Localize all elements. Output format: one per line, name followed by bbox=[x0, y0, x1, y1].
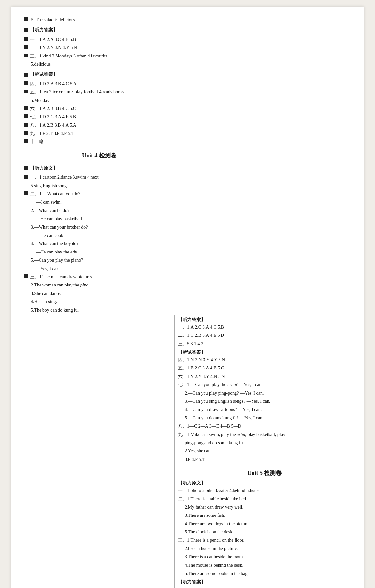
unit4-title-left: Unit 4 检测卷 bbox=[24, 152, 174, 159]
row-liu-1: 六、1.A 2.B 3.B 4.C 5.C bbox=[24, 105, 174, 112]
u4-er-4: 4.—What can the boy do? bbox=[31, 240, 174, 247]
row-san-1-cont: 5.delicious bbox=[31, 61, 174, 68]
r-jiu-1: 九、1.Mike can swim, play the erhu, play b… bbox=[178, 431, 351, 438]
u5-yi-ans: 一、1.B 2.C 3.A 4.C 5.A bbox=[178, 586, 351, 588]
u4-san-4: 4.He can sing. bbox=[31, 298, 174, 305]
r-jiu-2: 2.Yes, she can. bbox=[185, 448, 351, 455]
bullet-icon bbox=[24, 28, 28, 32]
right-column: 【听力答案】 一、1.A 2.C 3.A 4.C 5.B 二、1.C 2.B 3… bbox=[174, 315, 351, 588]
u5-san-2: 2.I see a house in the picture. bbox=[185, 545, 351, 552]
u5-er-4: 4.There are two dogs in the picture. bbox=[185, 520, 351, 528]
u5-er-3: 3.There are some fish. bbox=[185, 512, 351, 519]
bullet-icon bbox=[24, 106, 28, 110]
u4-er-2-ans: —He can play basketball. bbox=[36, 215, 174, 222]
u5-er-1: 二、1.There is a table beside the bed. bbox=[178, 496, 351, 503]
r-qi-5: 5.—Can you do any kung fu? —Yes, I can. bbox=[185, 415, 351, 422]
bullet-icon bbox=[24, 73, 28, 77]
tingli-daan-title-r: 【听力答案】 bbox=[178, 317, 351, 323]
bullet-icon bbox=[24, 175, 28, 179]
u4-san-2: 2.The woman can play the pipa. bbox=[31, 282, 174, 289]
r-ba-1: 八、1—C 2—A 3—E 4—B 5—D bbox=[178, 423, 351, 430]
bullet-icon bbox=[24, 37, 28, 41]
bullet-icon bbox=[24, 17, 28, 21]
bullet-icon bbox=[24, 191, 28, 195]
bullet-icon bbox=[24, 114, 28, 118]
u4-er-1: 二、1.—What can you do? bbox=[24, 190, 174, 198]
u4-yi-1: 一、1.cartoon 2.dance 3.swim 4.next bbox=[24, 174, 174, 181]
u4-er-3-ans: —He can cook. bbox=[36, 232, 174, 239]
u4-san-3: 3.She can dance. bbox=[31, 290, 174, 297]
u4-yi-1-cont: 5.sing English songs bbox=[31, 182, 174, 189]
u4-er-4-ans: —He can play the erhu. bbox=[36, 249, 174, 256]
row-san-1: 三、1.kind 2.Mondays 3.often 4.favourite bbox=[24, 53, 174, 60]
r-qi-2: 2.—Can you play ping-pong? —Yes, I can. bbox=[185, 390, 351, 397]
u5-san-1: 三、1.There is a pencil on the floor. bbox=[178, 537, 351, 544]
tingli-yuanwen-title: 【听力原文】 bbox=[24, 163, 174, 173]
unit4-right-section: 【听力答案】 一、1.A 2.C 3.A 4.C 5.B 二、1.C 2.B 3… bbox=[178, 317, 351, 463]
u5-tingli-yuanwen-title: 【听力原文】 bbox=[178, 480, 351, 486]
u4-er-1-ans: —I can swim. bbox=[36, 199, 174, 206]
bullet-icon bbox=[24, 123, 28, 127]
row-jiu-1: 九、1.F 2.T 3.F 4.F 5.T bbox=[24, 130, 174, 137]
row-shi-1: 十、略 bbox=[24, 138, 174, 145]
bullet-icon bbox=[24, 139, 28, 143]
r-qi-3: 3.—Can you sing English songs? —Yes, I c… bbox=[185, 398, 351, 405]
row-qi-1: 七、1.D 2.C 3.A 4.E 5.B bbox=[24, 113, 174, 121]
r-jiu-1-cont: ping-pong and do some kung fu. bbox=[185, 439, 351, 447]
salad-line: 5. The salad is delicious. bbox=[24, 16, 174, 24]
u5-yi-1: 一、1.photo 2.bike 3.water 4.behind 5.hous… bbox=[178, 487, 351, 494]
r-er-1: 二、1.C 2.B 3.A 4.E 5.D bbox=[178, 332, 351, 339]
row-wu-1: 五、1.tea 2.ice cream 3.play football 4.re… bbox=[24, 89, 174, 96]
r-wu-1: 五、1.B 2.C 3.A 4.B 5.C bbox=[178, 365, 351, 372]
r-qi-1: 七、1.—Can you play the erhu? —Yes, I can. bbox=[178, 381, 351, 388]
row-wu-1-cont: 5.Monday bbox=[31, 97, 174, 104]
u4-san-5: 5.The boy can do kung fu. bbox=[31, 307, 174, 314]
u4-san-1: 三、1.The man can draw pictures. bbox=[24, 273, 174, 281]
u4-er-5-ans: —Yes, I can. bbox=[36, 265, 174, 272]
u4-er-2: 2.—What can he do? bbox=[31, 207, 174, 214]
r-yi-1: 一、1.A 2.C 3.A 4.C 5.B bbox=[178, 324, 351, 331]
unit4-left-section: 【听力原文】 一、1.cartoon 2.dance 3.swim 4.next… bbox=[24, 163, 174, 314]
row-yi-1: 一、1.A 2.A 3.C 4.B 5.B bbox=[24, 36, 174, 43]
row-er-1: 二、1.Y 2.N 3.N 4.Y 5.N bbox=[24, 44, 174, 51]
bullet-icon bbox=[24, 54, 28, 57]
bullet-icon bbox=[24, 166, 28, 170]
u4-er-5: 5.—Can you play the piano? bbox=[31, 257, 174, 264]
r-jiu-3: 3.F 4.F 5.T bbox=[185, 456, 351, 463]
bullet-icon bbox=[24, 90, 28, 93]
bullet-icon bbox=[24, 274, 28, 278]
page-container: 5. The salad is delicious. 【听力答案】 一、1.A … bbox=[11, 7, 364, 588]
u5-er-5: 5.The clock is on the desk. bbox=[185, 529, 351, 536]
r-liu-1: 六、1.Y 2.Y 3.Y 4.N 5.N bbox=[178, 373, 351, 380]
u5-er-2: 2.My father can draw very well. bbox=[185, 504, 351, 511]
bullet-icon bbox=[24, 81, 28, 85]
u5-san-3: 3.There is a cat beside the room. bbox=[185, 553, 351, 561]
r-san-1: 三、5 3 1 4 2 bbox=[178, 340, 351, 348]
unit5-right-section: 【听力原文】 一、1.photo 2.bike 3.water 4.behind… bbox=[178, 480, 351, 588]
bullet-icon bbox=[24, 45, 28, 49]
u5-san-4: 4.The mouse is behind the desk. bbox=[185, 562, 351, 569]
bullet-icon bbox=[24, 131, 28, 135]
listening-answer-title-1: 【听力答案】 bbox=[24, 24, 174, 35]
bishidan-daan-title-r: 【笔试答案】 bbox=[178, 350, 351, 355]
u5-tingli-daan-title: 【听力答案】 bbox=[178, 579, 351, 585]
u5-san-5: 5.There are some books in the bag. bbox=[185, 570, 351, 577]
unit5-title: Unit 5 检测卷 bbox=[178, 469, 351, 477]
left-column: 5. The salad is delicious. 【听力答案】 一、1.A … bbox=[24, 16, 181, 315]
left-top-section: 5. The salad is delicious. 【听力答案】 一、1.A … bbox=[24, 16, 174, 146]
r-si-1: 四、1.N 2.N 3.Y 4.Y 5.N bbox=[178, 356, 351, 364]
row-ba-1: 八、1.A 2.B 3.B 4.A 5.A bbox=[24, 122, 174, 129]
written-answer-title-1: 【笔试答案】 bbox=[24, 69, 174, 79]
row-si-1: 四、1.D 2.A 3.B 4.C 5.A bbox=[24, 80, 174, 88]
r-qi-4: 4.—Can you draw cartoons? —Yes, I can. bbox=[185, 406, 351, 413]
u4-er-3: 3.—What can your brother do? bbox=[31, 224, 174, 231]
